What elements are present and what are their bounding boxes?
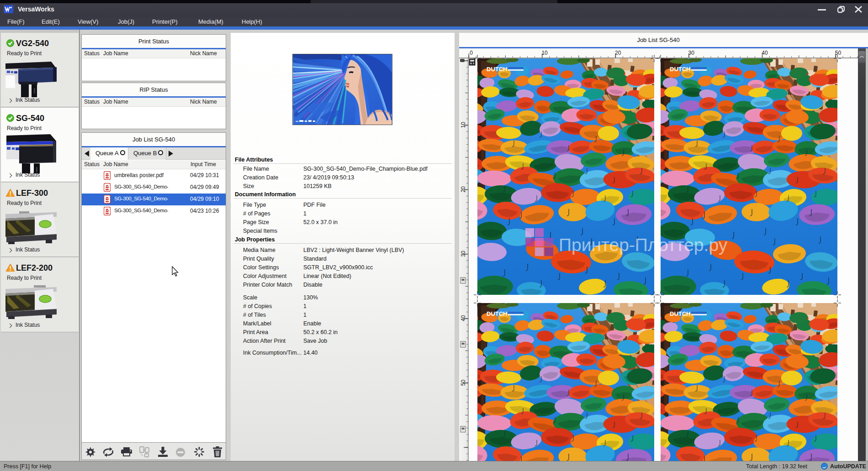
svg-text:30: 30 [460, 251, 466, 257]
svg-text:10: 10 [460, 122, 466, 128]
svg-text:40: 40 [762, 50, 768, 56]
svg-text:40: 40 [460, 315, 466, 321]
svg-text:Job List SG-540: Job List SG-540 [637, 37, 679, 43]
svg-text:30: 30 [688, 50, 695, 56]
svg-text:50: 50 [460, 380, 466, 386]
svg-text:50: 50 [835, 50, 842, 56]
svg-text:20: 20 [615, 50, 621, 56]
svg-text:0: 0 [470, 50, 473, 56]
svg-text:20: 20 [460, 186, 466, 193]
svg-text:10: 10 [541, 50, 548, 56]
svg-text:Принтер-Плоттер.ру: Принтер-Плоттер.ру [559, 235, 728, 255]
